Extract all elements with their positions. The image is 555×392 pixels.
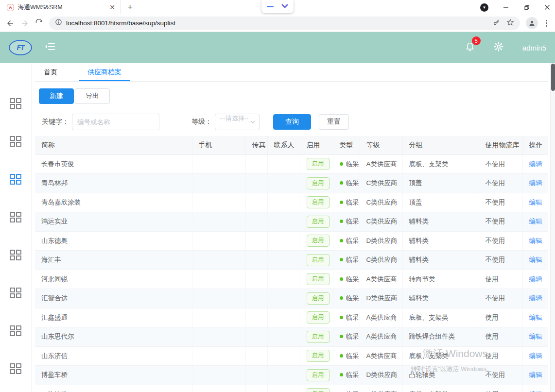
level-select[interactable]: ---请选择---	[215, 114, 260, 130]
table-row: 海汇丰 启用 临采 C类供应商 辅料类 不使用 编辑	[35, 251, 548, 270]
cell-enabled: 启用	[300, 385, 333, 392]
sidebar-grid-icon[interactable]	[10, 174, 21, 185]
sidebar-grid-icon[interactable]	[10, 250, 21, 260]
new-button[interactable]: 新建	[39, 88, 74, 104]
app-logo: FT	[9, 40, 32, 55]
cell-type: 临采	[333, 385, 360, 392]
keyword-input[interactable]	[72, 114, 159, 130]
sidebar-grid-icon[interactable]	[10, 325, 21, 336]
sidebar-grid-icon[interactable]	[10, 98, 21, 109]
site-info-icon[interactable]	[55, 18, 62, 28]
overlay-minimize-icon[interactable]	[267, 6, 274, 7]
media-control-icon[interactable]: ▾	[480, 3, 488, 12]
type-text: 临采	[346, 160, 359, 168]
forward-icon[interactable]	[20, 19, 29, 28]
enabled-badge[interactable]: 启用	[307, 331, 330, 343]
table-row: 青岛林邦 启用 临采 C类供应商 顶盖 不使用 编辑	[35, 174, 548, 193]
browser-tab[interactable]: A 海通WMS&SRM ✕	[0, 0, 121, 15]
edit-link[interactable]: 编辑	[529, 352, 542, 359]
enabled-badge[interactable]: 启用	[307, 311, 330, 324]
edit-link[interactable]: 编辑	[529, 199, 542, 206]
sidebar-grid-icon[interactable]	[10, 136, 21, 147]
col-logistics: 使用物流库	[479, 136, 522, 154]
type-text: 临采	[346, 275, 359, 283]
back-icon[interactable]	[6, 19, 15, 28]
cell-fax	[245, 154, 267, 174]
export-button[interactable]: 导出	[75, 88, 110, 104]
browser-profile-avatar[interactable]	[526, 17, 538, 29]
url-bar[interactable]: localhost:8001/htsrm/base/sup/suplist	[49, 17, 520, 30]
cell-group: 转向节类	[402, 270, 479, 289]
enabled-badge[interactable]: 启用	[307, 388, 330, 392]
edit-link[interactable]: 编辑	[529, 256, 542, 263]
cell-action: 编辑	[522, 366, 548, 385]
cell-group: 辅料类	[402, 251, 479, 270]
status-dot-icon	[340, 201, 343, 204]
cell-logistics: 使用	[479, 327, 522, 347]
browser-menu-icon[interactable]	[544, 20, 549, 27]
sidebar-grid-icon[interactable]	[10, 288, 21, 298]
table-row: 青岛嘉欣涂装 启用 临采 C类供应商 顶盖 不使用 编辑	[35, 193, 548, 212]
query-button[interactable]: 查询	[273, 114, 311, 130]
enabled-badge[interactable]: 启用	[307, 254, 330, 266]
edit-link[interactable]: 编辑	[529, 275, 542, 283]
reset-button[interactable]: 重置	[319, 114, 349, 130]
cell-logistics: 使用	[479, 385, 522, 392]
enabled-badge[interactable]: 启用	[307, 369, 330, 381]
sidebar-grid-icon[interactable]	[10, 212, 21, 222]
edit-link[interactable]: 编辑	[529, 294, 542, 302]
password-key-icon[interactable]	[493, 18, 501, 28]
enabled-badge[interactable]: 启用	[307, 350, 330, 362]
edit-link[interactable]: 编辑	[529, 371, 542, 378]
cell-logistics: 不使用	[479, 193, 522, 212]
type-text: 临采	[346, 294, 359, 302]
cell-action: 编辑	[522, 270, 548, 289]
cell-mobile	[192, 251, 245, 270]
current-user[interactable]: admin5	[522, 44, 546, 52]
cell-type: 临采	[333, 270, 360, 289]
enabled-badge[interactable]: 启用	[307, 292, 330, 305]
overlay-chevron-down-icon[interactable]	[281, 2, 288, 11]
enabled-badge[interactable]: 启用	[307, 158, 330, 170]
tab-home[interactable]: 首页	[35, 63, 66, 81]
cell-group: 底板、支架类	[402, 308, 479, 327]
cell-mobile	[192, 193, 245, 212]
window-minimize-button[interactable]	[503, 4, 509, 10]
status-dot-icon	[340, 258, 343, 261]
scrollbar-thumb[interactable]	[551, 64, 555, 91]
edit-link[interactable]: 编辑	[529, 314, 542, 321]
edit-link[interactable]: 编辑	[529, 179, 542, 187]
tab-close-icon[interactable]: ✕	[109, 3, 115, 11]
cell-action: 编辑	[522, 327, 548, 347]
window-close-button[interactable]	[544, 4, 550, 10]
collapse-menu-icon[interactable]	[45, 42, 55, 53]
type-text: 临采	[346, 314, 359, 321]
cell-group: 辅料类	[402, 231, 479, 251]
enabled-badge[interactable]: 启用	[307, 177, 330, 189]
status-dot-icon	[340, 373, 343, 376]
enabled-badge[interactable]: 启用	[307, 235, 330, 247]
edit-link[interactable]: 编辑	[529, 160, 542, 168]
tab-supplier-archive[interactable]: 供应商档案	[79, 63, 130, 81]
settings-gear-icon[interactable]	[493, 41, 504, 54]
cell-action: 编辑	[522, 251, 548, 270]
new-tab-button[interactable]: +	[121, 2, 139, 13]
cell-enabled: 启用	[300, 308, 333, 327]
enabled-badge[interactable]: 启用	[307, 273, 330, 285]
enabled-badge[interactable]: 启用	[307, 216, 330, 228]
edit-link[interactable]: 编辑	[529, 237, 542, 244]
sidebar-grid-icon[interactable]	[10, 363, 21, 374]
edit-link[interactable]: 编辑	[529, 218, 542, 225]
cell-name: 青岛嘉欣涂装	[35, 193, 192, 212]
cell-level: C类供应商	[360, 385, 402, 392]
cell-name: 山东德奥	[35, 231, 192, 251]
cell-enabled: 启用	[300, 154, 333, 174]
cell-group: 辅料类	[402, 212, 479, 232]
enabled-badge[interactable]: 启用	[307, 196, 330, 208]
reload-icon[interactable]	[35, 19, 43, 27]
url-text[interactable]: localhost:8001/htsrm/base/sup/suplist	[66, 19, 489, 27]
bookmark-star-icon[interactable]	[506, 18, 514, 28]
edit-link[interactable]: 编辑	[529, 333, 542, 340]
notifications-button[interactable]: 5	[465, 41, 475, 54]
window-restore-button[interactable]	[523, 4, 530, 11]
